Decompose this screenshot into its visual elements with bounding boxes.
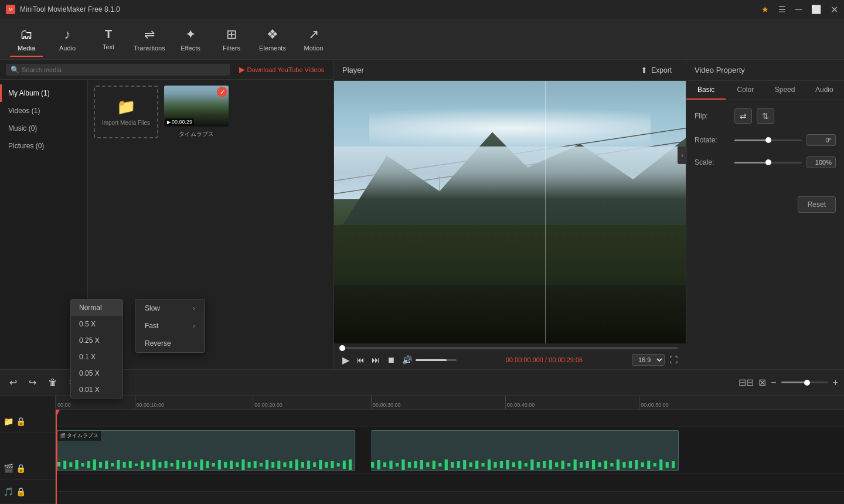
redo-button[interactable]: ↪: [25, 374, 40, 390]
search-input[interactable]: [22, 66, 225, 73]
audio-lock-icon[interactable]: 🔒: [16, 487, 26, 496]
grid-view-icon[interactable]: ⊟⊟: [738, 377, 754, 388]
next-frame-button[interactable]: ⏭: [372, 355, 380, 365]
check-badge: ✓: [217, 87, 227, 97]
zoom-in-button[interactable]: +: [833, 377, 838, 388]
controls-row: ▶ ⏮ ⏭ ⏹ 🔊 00:00:00.000 / 00:00:29:06 16:…: [342, 354, 678, 366]
delete-button[interactable]: 🗑: [45, 375, 61, 390]
rotate-slider[interactable]: [734, 139, 802, 141]
video-clip-2[interactable]: [371, 430, 679, 471]
svg-rect-40: [271, 462, 274, 468]
video-icon-small: ▶: [167, 120, 171, 125]
svg-rect-78: [518, 461, 521, 469]
volume-slider[interactable]: [416, 359, 457, 361]
flip-vertical-btn[interactable]: ⇅: [757, 108, 774, 124]
undo-button[interactable]: ↩: [6, 374, 21, 390]
media-icon: 🗂: [20, 27, 33, 42]
svg-rect-22: [165, 461, 168, 468]
svg-rect-47: [313, 462, 316, 467]
import-media-item[interactable]: 📁 Import Media Files: [94, 86, 158, 138]
ruler-mark-1: 00:00:10:00: [135, 396, 165, 409]
scene-snow: [334, 147, 686, 199]
add-track-icon[interactable]: 📁: [4, 417, 13, 426]
tab-color[interactable]: Color: [726, 81, 765, 100]
search-bar[interactable]: 🔍: [6, 64, 230, 76]
youtube-download-btn[interactable]: ▶ Download YouTube Videos: [236, 63, 328, 76]
svg-rect-61: [414, 461, 417, 468]
submenu-0.01x[interactable]: 0.01 X: [71, 382, 122, 398]
svg-rect-10: [93, 459, 96, 470]
video-media-item[interactable]: ▶ 00:00:29 ✓ タイムラプス: [164, 86, 229, 138]
minimize-btn[interactable]: ─: [795, 4, 802, 15]
submenu-normal[interactable]: Normal: [71, 299, 122, 316]
speed-0.05x-label: 0.05 X: [79, 369, 100, 377]
zoom-out-button[interactable]: −: [771, 377, 776, 388]
svg-rect-93: [610, 463, 613, 466]
submenu-0.05x[interactable]: 0.05 X: [71, 365, 122, 382]
toolbar-elements[interactable]: ❖ Elements: [252, 22, 293, 57]
toolbar-audio[interactable]: ♪ Audio: [47, 22, 88, 57]
video-lock-icon[interactable]: 🔒: [16, 464, 26, 473]
video-clip[interactable]: 🎬 タイムラプス: [56, 430, 355, 471]
star-icon[interactable]: ★: [761, 5, 769, 14]
sidebar-item-myalbum[interactable]: My Album (1): [0, 84, 87, 102]
svg-rect-6: [69, 462, 72, 467]
svg-rect-29: [206, 461, 209, 468]
speed-slow-item[interactable]: Slow ›: [135, 299, 205, 317]
maximize-btn[interactable]: ⬜: [811, 5, 821, 14]
speed-fast-item[interactable]: Fast ›: [135, 317, 205, 335]
toolbar-filters[interactable]: ⊞ Filters: [211, 22, 252, 57]
stop-button[interactable]: ⏹: [387, 355, 395, 365]
menu-icon[interactable]: ☰: [778, 5, 786, 14]
fit-view-icon[interactable]: ⊠: [758, 377, 766, 388]
svg-rect-5: [63, 461, 66, 469]
submenu-0.5x[interactable]: 0.5 X: [71, 316, 122, 332]
toolbar-effects[interactable]: ✦ Effects: [170, 22, 211, 57]
volume-button[interactable]: 🔊: [402, 355, 412, 365]
tab-speed[interactable]: Speed: [765, 81, 805, 100]
zoom-slider[interactable]: [781, 382, 828, 383]
timeline-playhead[interactable]: [56, 410, 57, 504]
svg-rect-102: [666, 462, 669, 468]
export-button[interactable]: ⬆ Export: [635, 63, 678, 77]
ruler-mark-4: 00:00:40:00: [505, 396, 535, 409]
sidebar-item-pictures[interactable]: Pictures (0): [0, 137, 87, 155]
export-icon: ⬆: [641, 66, 648, 75]
clip-label: 🎬 タイムラプス: [57, 431, 101, 441]
sidebar-item-videos[interactable]: Videos (1): [0, 102, 87, 120]
toolbar-motion[interactable]: ↗ Motion: [293, 22, 334, 57]
aspect-ratio-select[interactable]: 16:9 4:3 1:1 9:16: [632, 354, 665, 366]
tab-audio[interactable]: Audio: [805, 81, 844, 100]
toolbar-transitions[interactable]: ⇌ Transitions: [129, 22, 170, 57]
toolbar-media[interactable]: 🗂 Media: [6, 22, 47, 57]
submenu-0.25x[interactable]: 0.25 X: [71, 332, 122, 349]
lock-track-icon[interactable]: 🔒: [16, 417, 26, 426]
media-grid: 📁 Import Media Files ▶ 00:00:29 ✓ タイムラプス: [88, 80, 333, 369]
clip-waveform: [57, 459, 355, 471]
audio-track-icon[interactable]: 🎵: [4, 487, 13, 496]
progress-bar[interactable]: [342, 347, 678, 349]
svg-rect-57: [389, 461, 392, 469]
motion-icon: ↗: [308, 27, 319, 42]
toolbar-effects-label: Effects: [181, 45, 200, 52]
ruler-mark-3: 00:00:30:00: [371, 396, 401, 409]
flip-horizontal-btn[interactable]: ⇄: [734, 108, 752, 124]
submenu-0.1x[interactable]: 0.1 X: [71, 349, 122, 365]
speed-reverse-item[interactable]: Reverse: [135, 335, 205, 352]
collapse-panel-btn[interactable]: ›: [678, 147, 687, 164]
play-button[interactable]: ▶: [342, 355, 349, 366]
fullscreen-button[interactable]: ⛶: [669, 355, 678, 365]
prev-frame-button[interactable]: ⏮: [356, 355, 365, 365]
svg-rect-103: [672, 461, 675, 468]
clip-name: タイムラプス: [67, 432, 98, 440]
svg-rect-49: [325, 462, 328, 468]
toolbar-text[interactable]: T Text: [88, 22, 129, 57]
clip-icon: 🎬: [60, 433, 66, 438]
reset-button[interactable]: Reset: [798, 196, 836, 213]
youtube-download-label: Download YouTube Videos: [247, 66, 325, 73]
close-btn[interactable]: ✕: [831, 4, 838, 15]
video-track-icon[interactable]: 🎬: [4, 464, 13, 473]
tab-basic[interactable]: Basic: [686, 81, 726, 100]
scale-slider[interactable]: [734, 162, 802, 164]
sidebar-item-music[interactable]: Music (0): [0, 120, 87, 137]
